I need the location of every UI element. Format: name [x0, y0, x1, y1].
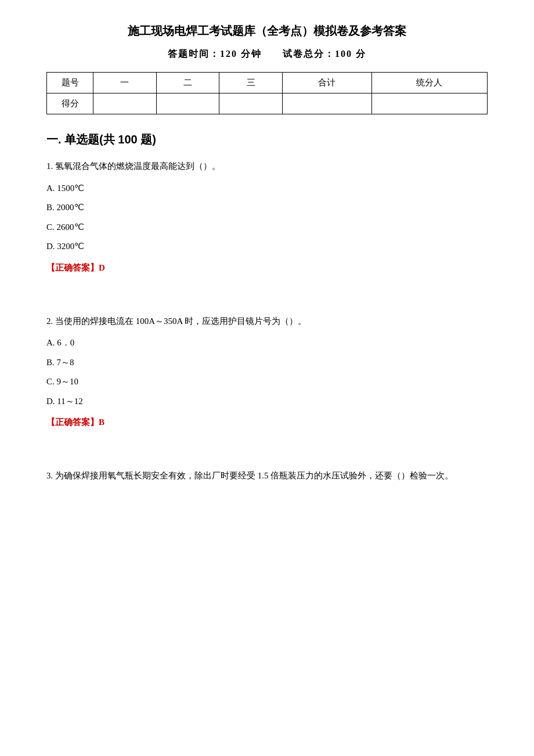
- question-1-number: 1: [46, 161, 51, 171]
- table-score-total: [282, 93, 371, 114]
- question-2-option-a: A. 6．0: [46, 336, 488, 351]
- question-3-number: 3: [46, 471, 51, 480]
- answer-2-bracket: 【正确答案】: [46, 417, 99, 427]
- question-3-body: 为确保焊接用氧气瓶长期安全有效，除出厂时要经受 1.5 倍瓶装压力的水压试验外，…: [55, 471, 453, 480]
- answer-1-bracket: 【正确答案】: [46, 263, 99, 272]
- table-score-3: [219, 93, 283, 114]
- page-title: 施工现场电焊工考试题库（全考点）模拟卷及参考答案: [46, 23, 488, 39]
- question-1-option-d: D. 3200℃: [46, 239, 488, 254]
- answer-2-letter: B: [99, 417, 104, 427]
- table-score-1: [93, 93, 157, 114]
- question-2-text: 2. 当使用的焊接电流在 100A～350A 时，应选用护目镜片号为（）。: [46, 314, 488, 329]
- table-header-3: 三: [219, 73, 283, 93]
- subtitle-time: 答题时间：120 分钟: [168, 49, 262, 59]
- question-1-option-c: C. 2600℃: [46, 220, 488, 235]
- answer-1-letter: D: [99, 263, 105, 272]
- table-header-total: 合计: [282, 73, 371, 93]
- question-1-body: 氢氧混合气体的燃烧温度最高能达到（）。: [55, 161, 221, 171]
- section1-title: 一. 单选题(共 100 题): [46, 132, 488, 147]
- question-2-option-b: B. 7～8: [46, 355, 488, 370]
- score-table: 题号 一 二 三 合计 统分人 得分: [46, 72, 488, 114]
- question-block-1: 1. 氢氧混合气体的燃烧温度最高能达到（）。 A. 1500℃ B. 2000℃…: [46, 159, 488, 273]
- question-2-answer: 【正确答案】B: [46, 417, 488, 428]
- question-3-text: 3. 为确保焊接用氧气瓶长期安全有效，除出厂时要经受 1.5 倍瓶装压力的水压试…: [46, 469, 488, 484]
- table-header-1: 一: [93, 73, 157, 93]
- question-1-option-b: B. 2000℃: [46, 200, 488, 215]
- subtitle: 答题时间：120 分钟 试卷总分：100 分: [46, 48, 488, 60]
- question-1-text: 1. 氢氧混合气体的燃烧温度最高能达到（）。: [46, 159, 488, 174]
- question-block-2: 2. 当使用的焊接电流在 100A～350A 时，应选用护目镜片号为（）。 A.…: [46, 314, 488, 429]
- question-1-answer: 【正确答案】D: [46, 262, 488, 273]
- question-block-3: 3. 为确保焊接用氧气瓶长期安全有效，除出厂时要经受 1.5 倍瓶装压力的水压试…: [46, 469, 488, 484]
- question-2-body: 当使用的焊接电流在 100A～350A 时，应选用护目镜片号为（）。: [55, 316, 306, 326]
- table-header-grader: 统分人: [371, 73, 487, 93]
- question-2-option-d: D. 11～12: [46, 394, 488, 409]
- table-score-grader: [371, 93, 487, 114]
- question-2-option-c: C. 9～10: [46, 375, 488, 390]
- table-header-label: 题号: [47, 73, 93, 93]
- table-score-2: [156, 93, 219, 114]
- question-1-option-a: A. 1500℃: [46, 181, 488, 196]
- table-header-2: 二: [156, 73, 219, 93]
- table-score-label: 得分: [47, 93, 93, 114]
- question-2-number: 2: [46, 316, 51, 326]
- subtitle-score: 试卷总分：100 分: [283, 49, 366, 59]
